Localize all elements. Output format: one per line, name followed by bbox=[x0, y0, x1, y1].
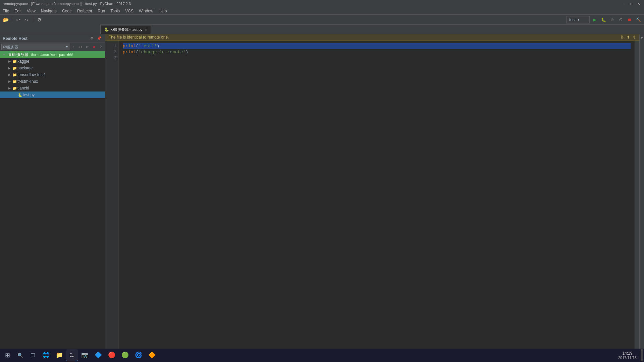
run-debug-btn[interactable]: 🐛 bbox=[600, 16, 607, 23]
taskbar-app4[interactable]: 🟢 bbox=[119, 349, 131, 361]
tree-item-kaggle[interactable]: ▶ 📁 kaggle bbox=[0, 58, 105, 65]
tf-lstm-linux-folder-icon: 📁 bbox=[12, 79, 17, 84]
menu-vcs[interactable]: VCS bbox=[122, 7, 136, 14]
maximize-button[interactable]: □ bbox=[629, 1, 634, 6]
tensorflow-test1-folder-icon: 📁 bbox=[12, 73, 17, 77]
toolbar-settings-btn[interactable]: ⚙ bbox=[36, 16, 43, 23]
server-dropdown[interactable]: 69服务器 ▼ bbox=[1, 44, 70, 50]
menu-view[interactable]: View bbox=[24, 7, 38, 14]
code-line-1: print('test1') bbox=[123, 43, 631, 49]
menu-navigate[interactable]: Navigate bbox=[38, 7, 59, 14]
kaggle-arrow: ▶ bbox=[7, 60, 12, 63]
run-coverage-btn[interactable]: ⊕ bbox=[608, 16, 616, 23]
server-root-arrow: ▼ bbox=[1, 53, 7, 56]
run-build-btn[interactable]: 🔨 bbox=[635, 16, 642, 23]
line-num-1: 1 bbox=[105, 43, 118, 49]
right-side-panel: ▶ bbox=[639, 34, 644, 357]
taskbar-explorer[interactable]: 📁 bbox=[53, 349, 66, 361]
tree-item-server-root[interactable]: ▼ 🖥 69服务器 /home/amax/workspacexhh/ bbox=[0, 51, 105, 58]
show-desktop-btn[interactable] bbox=[641, 349, 643, 361]
tianchi-label: tianchi bbox=[17, 86, 105, 90]
menu-window[interactable]: Window bbox=[136, 7, 156, 14]
tree-item-tensorflow-test1[interactable]: ▶ 📁 tensorflow-test1 bbox=[0, 71, 105, 78]
info-bar-actions: ⇅ ⬆ ⇕ bbox=[621, 35, 636, 40]
toolbar-open-btn[interactable]: 📂 bbox=[2, 16, 9, 23]
toolbar-separator-2 bbox=[33, 17, 33, 23]
menu-help[interactable]: Help bbox=[156, 7, 170, 14]
kaggle-label: kaggle bbox=[17, 59, 105, 64]
code-line-2: print('change in remote') bbox=[123, 49, 631, 55]
search-button[interactable]: 🔍 bbox=[14, 349, 26, 361]
tab-close-btn[interactable]: ✕ bbox=[145, 28, 147, 32]
tree-item-tf-lstm-linux[interactable]: ▶ 📁 tf-lstm-linux bbox=[0, 78, 105, 85]
taskbar-app2[interactable]: 🔷 bbox=[92, 349, 105, 361]
editor-tab-test[interactable]: 🐍 <69服务器> test.py ✕ bbox=[101, 25, 151, 34]
toolbar-undo-btn[interactable]: ↩ bbox=[14, 16, 22, 23]
close-button[interactable]: ✕ bbox=[636, 1, 641, 6]
menu-code[interactable]: Code bbox=[59, 7, 74, 14]
menu-file[interactable]: File bbox=[0, 7, 12, 14]
taskbar-app6[interactable]: 🔶 bbox=[146, 349, 158, 361]
tf-lstm-linux-label: tf-lstm-linux bbox=[17, 79, 105, 84]
info-bar-compare-icon[interactable]: ⇅ bbox=[621, 35, 624, 40]
package-folder-icon: 📁 bbox=[12, 66, 17, 70]
time-display: 14:19 2017/11/18 bbox=[618, 351, 637, 360]
toolbar-redo-btn[interactable]: ↪ bbox=[23, 16, 31, 23]
code-view: 1 2 3 print('test1') print('change in re… bbox=[105, 41, 639, 357]
editor-scrollbar[interactable] bbox=[635, 41, 639, 357]
editor-area: The file is identical to remote one. ⇅ ⬆… bbox=[105, 34, 639, 357]
menu-tools[interactable]: Tools bbox=[108, 7, 122, 14]
start-button[interactable]: ⊞ bbox=[1, 349, 13, 361]
server-root-icon: 🖥 bbox=[7, 53, 12, 57]
run-config-area: test ▼ ▶ 🐛 ⊕ ⏱ ⏹ 🔨 bbox=[566, 16, 642, 23]
remote-help-btn[interactable]: ? bbox=[98, 44, 104, 50]
tree-item-package[interactable]: ▶ 📁 package bbox=[0, 65, 105, 71]
title-bar: remotepyspace - [E:\workspace\remotepysp… bbox=[0, 0, 644, 7]
tensorflow-test1-label: tensorflow-test1 bbox=[17, 72, 105, 77]
taskbar-pycharm[interactable]: 🗂 bbox=[66, 349, 78, 361]
remote-host-pin-btn[interactable]: 📌 bbox=[96, 36, 102, 42]
taskbar-date: 2017/11/18 bbox=[618, 356, 637, 360]
line-num-3: 3 bbox=[105, 55, 118, 61]
code-content[interactable]: print('test1') print('change in remote') bbox=[119, 41, 635, 357]
run-config-label: test bbox=[569, 17, 576, 22]
tree-item-tianchi[interactable]: ▶ 📁 tianchi bbox=[0, 85, 105, 92]
remote-collapse-btn[interactable]: ⊖ bbox=[77, 44, 84, 50]
tianchi-arrow: ▶ bbox=[7, 86, 12, 90]
remote-host-settings-btn[interactable]: ⚙ bbox=[89, 36, 95, 42]
menu-edit[interactable]: Edit bbox=[12, 7, 24, 14]
taskbar-app5[interactable]: 🌀 bbox=[132, 349, 145, 361]
server-dropdown-label: 69服务器 bbox=[3, 45, 18, 50]
taskbar-chrome[interactable]: 🌐 bbox=[40, 349, 52, 361]
remote-host-header: Remote Host ⚙ 📌 bbox=[0, 34, 105, 43]
code-line-3 bbox=[123, 55, 631, 61]
run-config-dropdown[interactable]: test ▼ bbox=[566, 16, 590, 23]
title-text: remotepyspace - [E:\workspace\remotepysp… bbox=[3, 2, 131, 6]
task-view-button[interactable]: 🗔 bbox=[27, 349, 39, 361]
package-arrow: ▶ bbox=[7, 66, 12, 70]
line-numbers: 1 2 3 bbox=[105, 41, 119, 357]
info-bar: The file is identical to remote one. ⇅ ⬆… bbox=[105, 34, 639, 41]
tf-lstm-linux-arrow: ▶ bbox=[7, 80, 12, 83]
minimize-button[interactable]: ─ bbox=[621, 1, 627, 6]
remote-disconnect-btn[interactable]: ✕ bbox=[91, 44, 97, 50]
tab-icon: 🐍 bbox=[104, 27, 109, 32]
toolbar: 📂 ↩ ↪ ⚙ test ▼ ▶ 🐛 ⊕ ⏱ ⏹ 🔨 bbox=[0, 15, 644, 25]
remote-host-title: Remote Host bbox=[3, 36, 28, 41]
menu-run[interactable]: Run bbox=[95, 7, 108, 14]
menu-refactor[interactable]: Refactor bbox=[74, 7, 95, 14]
tensorflow-test1-arrow: ▶ bbox=[7, 73, 12, 76]
taskbar-app3[interactable]: 🔴 bbox=[105, 349, 118, 361]
info-bar-upload-icon[interactable]: ⬆ bbox=[627, 35, 630, 40]
taskbar-app1[interactable]: 📷 bbox=[78, 349, 91, 361]
tree-item-test-py[interactable]: ▶ 🐍 test.py bbox=[0, 92, 105, 98]
right-panel-icon[interactable]: ▶ bbox=[641, 36, 643, 39]
run-play-btn[interactable]: ▶ bbox=[591, 16, 598, 23]
run-stop-btn[interactable]: ⏹ bbox=[626, 16, 633, 23]
run-profile-btn[interactable]: ⏱ bbox=[617, 16, 625, 23]
main-layout: Remote Host ⚙ 📌 69服务器 ▼ ↕ ⊖ ⟳ ✕ ? ▼ 🖥 bbox=[0, 34, 644, 357]
window-controls: ─ □ ✕ bbox=[621, 1, 641, 6]
remote-refresh-btn[interactable]: ⟳ bbox=[84, 44, 90, 50]
remote-expand-all-btn[interactable]: ↕ bbox=[71, 44, 77, 50]
server-root-label: 69服务器 /home/amax/workspacexhh/ bbox=[12, 52, 105, 58]
